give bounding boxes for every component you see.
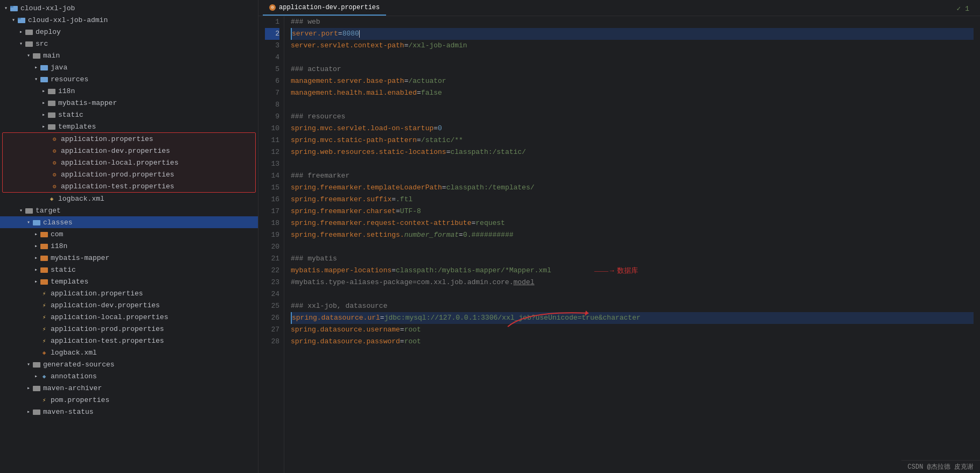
code-line-19: spring.freemarker.settings.number_format…: [291, 229, 974, 241]
folder-icon: [25, 206, 33, 215]
ln-1: 1: [265, 16, 279, 28]
arrow-icon: [25, 52, 32, 59]
pom-props-label: pom.properties: [51, 396, 109, 404]
key-fm-settings: spring.freemarker.settings.: [291, 229, 404, 241]
resources-label: resources: [51, 75, 88, 83]
tree-item-app-test-target[interactable]: ⚡ application-test.properties: [0, 335, 258, 347]
ln-3: 3: [265, 40, 279, 52]
arrow-icon: [17, 29, 25, 35]
i18n-label: i18n: [58, 87, 75, 95]
tree-item-i18n-target[interactable]: i18n: [0, 240, 258, 252]
xml-icon: ◈: [47, 194, 56, 203]
classes-label: classes: [43, 218, 73, 227]
tree-item-app-prod-target[interactable]: ⚡ application-prod.properties: [0, 323, 258, 335]
tree-item-resources[interactable]: resources: [0, 73, 258, 85]
tree-item-app-props-target[interactable]: ⚡ application.properties: [0, 287, 258, 299]
val-8080: 8080: [342, 28, 359, 40]
key-fm-numformat: number_format: [404, 229, 459, 241]
tree-item-static[interactable]: static: [0, 109, 258, 121]
svg-rect-21: [33, 386, 40, 391]
tree-item-app-dev-props[interactable]: ⚙ application-dev.properties: [3, 145, 255, 157]
svg-rect-9: [48, 89, 55, 94]
arrow-icon: [40, 100, 47, 106]
folder-icon: [40, 253, 48, 262]
folder-icon: [25, 39, 33, 48]
code-line-15: spring.freemarker.templateLoaderPath=cla…: [291, 182, 974, 194]
tree-item-app-props[interactable]: ⚙ application.properties: [3, 133, 255, 145]
tree-item-app-prod-props[interactable]: ⚙ application-prod.properties: [3, 168, 255, 180]
annotations-icon: ◆: [40, 372, 48, 380]
ln-5: 5: [265, 63, 279, 75]
code-line-25: ### xxl-job, datasource: [291, 300, 974, 312]
folder-icon: [40, 242, 48, 250]
tree-root-label: cloud-xxl-job: [20, 4, 75, 12]
ln-26: 26: [265, 312, 279, 324]
tree-item-pom-props[interactable]: ⚡ pom.properties: [0, 394, 258, 406]
folder-icon: [25, 27, 33, 36]
active-tab[interactable]: ⚙ application-dev.properties: [263, 1, 386, 16]
tree-item-app-test-props[interactable]: ⚙ application-test.properties: [3, 180, 255, 192]
folder-icon: [47, 110, 56, 119]
code-line-3: server.servlet.context-path=/xxl-job-adm…: [291, 40, 974, 52]
tree-item-app-dev-target[interactable]: ⚡ application-dev.properties: [0, 299, 258, 311]
val-fm-loader: classpath:/templates/: [446, 182, 535, 194]
val-web-resources: classpath:/static/: [450, 146, 526, 158]
pom-props-icon: ⚡: [40, 396, 48, 404]
ln-18: 18: [265, 217, 279, 229]
folder-icon: [32, 360, 41, 369]
arrow-icon: [32, 243, 40, 249]
app-test-props-label: application-test.properties: [61, 182, 174, 190]
tree-item-maven-archiver[interactable]: maven-archiver: [0, 382, 258, 394]
tree-root[interactable]: cloud-xxl-job: [0, 2, 258, 14]
key-servlet-path: server.servlet.context-path: [291, 40, 404, 52]
comment-mybatis-type: #mybatis.type-aliases-package=com.xxl.jo…: [291, 277, 534, 288]
ln-7: 7: [265, 87, 279, 99]
code-line-6: management.server.base-path=/actuator: [291, 75, 974, 87]
svg-rect-15: [40, 232, 48, 237]
static-target-label: static: [51, 266, 76, 274]
tree-item-mybatis-target[interactable]: mybatis-mapper: [0, 252, 258, 264]
key-fm-charset: spring.freemarker.charset: [291, 206, 396, 217]
tree-item-static-target[interactable]: static: [0, 264, 258, 276]
tree-item-classes[interactable]: classes: [0, 216, 258, 228]
maven-archiver-label: maven-archiver: [43, 384, 102, 392]
ln-16: 16: [265, 194, 279, 206]
tree-item-target[interactable]: target: [0, 204, 258, 216]
line-numbers: 1 2 3 4 5 6 7 8 9 10 11 12 13 14 15 16 1…: [258, 16, 284, 473]
tree-item-deploy[interactable]: deploy: [0, 26, 258, 38]
tree-item-maven-status[interactable]: maven-status: [0, 406, 258, 418]
tree-item-logback[interactable]: ◈ logback.xml: [0, 193, 258, 204]
code-area[interactable]: ### web server.port=8080 server.servlet.…: [284, 16, 980, 473]
tree-item-com[interactable]: com: [0, 228, 258, 240]
comment-freemarker: ### freemarker: [291, 170, 349, 182]
tree-item-generated-sources[interactable]: generated-sources: [0, 358, 258, 370]
key-mvc-static: spring.mvc.static-path-pattern: [291, 135, 417, 146]
ln-14: 14: [265, 170, 279, 182]
code-line-9: ### resources: [291, 111, 974, 123]
tree-item-main[interactable]: main: [0, 50, 258, 61]
key-mvc-load: spring.mvc.servlet.load-on-startup: [291, 123, 433, 135]
tree-item-app-local-props[interactable]: ⚙ application-local.properties: [3, 157, 255, 168]
tree-item-java[interactable]: java: [0, 61, 258, 73]
tree-item-src[interactable]: src: [0, 38, 258, 50]
svg-rect-6: [33, 53, 40, 59]
arrow-icon: [32, 231, 40, 237]
tree-item-i18n[interactable]: i18n: [0, 85, 258, 97]
tree-item-annotations[interactable]: ◆ annotations: [0, 370, 258, 382]
comment-actuator: ### actuator: [291, 63, 341, 75]
ln-9: 9: [265, 111, 279, 123]
file-tree: cloud-xxl-job cloud-xxl-job-admin deploy…: [0, 0, 258, 473]
tree-item-app-local-target[interactable]: ⚡ application-local.properties: [0, 311, 258, 323]
ln-23: 23: [265, 277, 279, 288]
code-line-18: spring.freemarker.request-context-attrib…: [291, 217, 974, 229]
arrow-icon: [32, 76, 40, 82]
code-line-4: [291, 52, 974, 63]
tree-item-templates-target[interactable]: templates: [0, 276, 258, 287]
app-prod-props-label: application-prod.properties: [61, 171, 174, 179]
tree-item-logback-target[interactable]: ◈ logback.xml: [0, 347, 258, 358]
tree-item-mybatis-mapper[interactable]: mybatis-mapper: [0, 97, 258, 109]
arrow-icon: [32, 278, 40, 285]
src-label: src: [36, 40, 48, 48]
tree-item-admin[interactable]: cloud-xxl-job-admin: [0, 14, 258, 26]
tree-item-templates-src[interactable]: templates: [0, 121, 258, 132]
